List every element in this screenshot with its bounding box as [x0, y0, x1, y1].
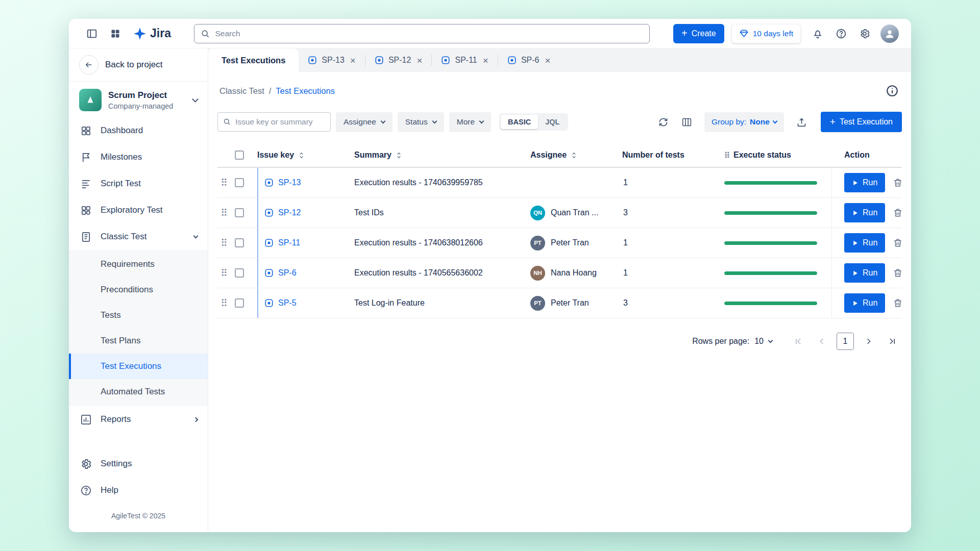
issue-key-link[interactable]: SP-12 [264, 208, 301, 217]
global-search-input[interactable] [194, 24, 650, 43]
delete-button[interactable] [893, 176, 903, 190]
first-page-button[interactable] [790, 333, 807, 350]
page-number-button[interactable]: 1 [837, 333, 854, 350]
tab-sp-11[interactable]: SP-11 × [432, 48, 497, 72]
issue-key-link[interactable]: SP-11 [264, 238, 300, 247]
tab-test-executions[interactable]: Test Executions [208, 48, 299, 72]
execute-status-cell [724, 271, 831, 275]
previous-page-button[interactable] [813, 333, 830, 350]
issue-key-link[interactable]: SP-5 [264, 298, 297, 308]
sidebar-item-requirements[interactable]: Requirements [69, 252, 208, 277]
jira-logo[interactable]: Jira [133, 27, 171, 40]
run-button[interactable]: Run [844, 173, 885, 192]
user-avatar[interactable] [880, 24, 899, 43]
close-icon[interactable]: × [416, 56, 422, 65]
refresh-button[interactable] [653, 112, 673, 132]
sidebar-item-test-plans[interactable]: Test Plans [69, 328, 208, 354]
project-switcher[interactable]: Scrum Project Company-managed [69, 82, 208, 117]
header-issue-key[interactable]: Issue key [257, 151, 354, 160]
breadcrumb-separator: / [269, 86, 272, 96]
group-by-dropdown[interactable]: Group by: None [704, 112, 784, 132]
assignee-avatar: NH [530, 266, 545, 281]
run-button[interactable]: Run [844, 293, 885, 313]
rows-per-page[interactable]: Rows per page: 10 [692, 337, 772, 346]
delete-button[interactable] [893, 296, 903, 310]
settings-button[interactable] [855, 24, 874, 43]
global-search [194, 24, 650, 43]
tab-bar: Test Executions SP-13 × SP-12 × SP-11 [208, 48, 911, 72]
sidebar-item-settings[interactable]: Settings [69, 450, 208, 477]
sidebar-item-help[interactable]: Help [69, 477, 208, 504]
issue-key-label: SP-5 [278, 298, 297, 308]
add-test-execution-button[interactable]: + Test Execution [821, 112, 902, 132]
sidebar-item-label: Milestones [101, 152, 142, 162]
execute-status-cell [724, 241, 831, 245]
header-summary[interactable]: Summary [354, 151, 530, 160]
back-to-project[interactable]: Back to project [69, 48, 208, 82]
chevron-down-icon [479, 118, 484, 123]
tab-sp-6[interactable]: SP-6 × [498, 48, 560, 72]
drag-handle-icon[interactable]: ⠿ [217, 238, 235, 248]
columns-button[interactable] [677, 112, 696, 132]
status-filter-dropdown[interactable]: Status [398, 112, 444, 132]
help-button[interactable] [831, 24, 851, 43]
number-of-tests-cell: 1 [622, 268, 724, 278]
row-checkbox[interactable] [235, 208, 244, 217]
app-switcher-button[interactable] [106, 24, 125, 43]
run-button[interactable]: Run [844, 203, 885, 222]
sidebar-item-tests[interactable]: Tests [69, 303, 208, 328]
run-button[interactable]: Run [844, 233, 885, 253]
more-filters-dropdown[interactable]: More [449, 112, 491, 132]
last-page-button[interactable] [884, 333, 901, 350]
notifications-button[interactable] [808, 24, 827, 43]
drag-handle-icon[interactable]: ⠿ [217, 298, 235, 308]
drag-handle-icon[interactable]: ⠿ [217, 178, 235, 188]
header-assignee[interactable]: Assignee [530, 151, 622, 160]
tab-sp-13[interactable]: SP-13 × [299, 48, 365, 72]
delete-button[interactable] [893, 236, 903, 250]
close-icon[interactable]: × [483, 56, 488, 65]
number-of-tests-cell: 3 [622, 298, 724, 308]
collapse-sidebar-button[interactable] [82, 24, 102, 43]
delete-button[interactable] [893, 206, 903, 220]
issue-key-link[interactable]: SP-6 [264, 268, 297, 278]
row-checkbox[interactable] [235, 298, 244, 308]
sidebar-item-automated-tests[interactable]: Automated Tests [69, 379, 208, 405]
drag-handle-icon[interactable]: ⠿ [217, 268, 235, 278]
sidebar-item-classic-test[interactable]: Classic Test [69, 223, 208, 250]
rows-per-page-value: 10 [754, 337, 764, 346]
tab-sp-12[interactable]: SP-12 × [365, 48, 432, 72]
jql-mode-button[interactable]: JQL [538, 115, 567, 129]
row-checkbox[interactable] [235, 178, 244, 187]
sidebar-item-reports[interactable]: Reports [69, 406, 208, 433]
sidebar-item-dashboard[interactable]: Dashboard [69, 117, 208, 144]
issue-key-label: SP-11 [278, 238, 300, 247]
action-cell: Run [831, 258, 902, 288]
issue-filter-input[interactable] [217, 112, 331, 132]
sidebar-item-milestones[interactable]: Milestones [69, 144, 208, 170]
tab-label: SP-11 [455, 56, 477, 65]
next-page-button[interactable] [860, 333, 877, 350]
breadcrumb-current[interactable]: Test Executions [276, 86, 335, 96]
create-button[interactable]: + Create [673, 24, 724, 43]
sidebar-item-test-executions[interactable]: Test Executions [69, 354, 208, 379]
info-button[interactable] [885, 83, 900, 98]
breadcrumb-parent[interactable]: Classic Test [219, 86, 264, 96]
drag-handle-icon[interactable]: ⠿ [217, 208, 235, 218]
row-checkbox[interactable] [235, 238, 244, 247]
trial-days-left-button[interactable]: 10 days left [731, 24, 801, 43]
sidebar-item-preconditions[interactable]: Preconditions [69, 277, 208, 303]
close-icon[interactable]: × [545, 56, 550, 65]
export-button[interactable] [792, 112, 812, 132]
delete-button[interactable] [893, 266, 903, 280]
sidebar-item-exploratory-test[interactable]: Exploratory Test [69, 197, 208, 223]
row-checkbox[interactable] [235, 268, 244, 278]
basic-mode-button[interactable]: BASIC [501, 115, 538, 129]
sidebar-item-script-test[interactable]: Script Test [69, 170, 208, 197]
issue-key-link[interactable]: SP-13 [264, 178, 301, 187]
close-icon[interactable]: × [350, 56, 356, 65]
run-button[interactable]: Run [844, 263, 885, 283]
progress-bar [724, 302, 817, 305]
select-all-checkbox[interactable] [235, 151, 244, 160]
assignee-filter-dropdown[interactable]: Assignee [336, 112, 393, 132]
